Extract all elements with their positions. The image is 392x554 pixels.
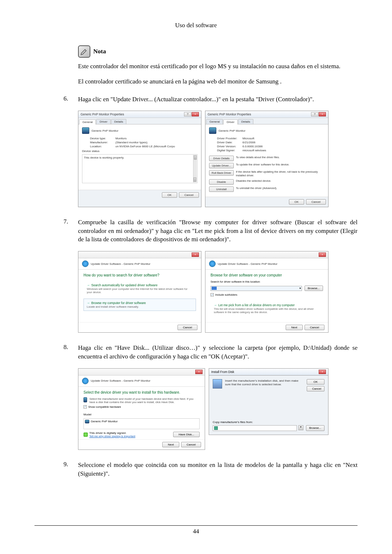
step-9-number: 9. — [64, 461, 78, 478]
device-status-box: This device is working properly. — [82, 154, 197, 183]
option-title: Let me pick from a list of device driver… — [219, 303, 295, 307]
dialog-title: Generic PnP Monitor Properties — [208, 112, 251, 116]
dialog-title: Install From Disk — [211, 370, 234, 374]
include-subfolders-checkbox[interactable]: ✓ — [211, 293, 214, 296]
device-name: Generic PnP Monitor — [91, 129, 118, 132]
include-subfolders-label: Include subfolders — [215, 293, 237, 296]
back-button[interactable] — [82, 260, 89, 267]
signing-link[interactable]: Tell me why driver signing is important — [89, 435, 135, 438]
close-button[interactable]: × — [195, 370, 203, 374]
copy-path-input[interactable] — [213, 425, 297, 431]
tab-details[interactable]: Details — [111, 119, 126, 124]
step-7-number: 7. — [64, 218, 78, 244]
location-label: Location: — [90, 145, 115, 148]
wizard-heading: How do you want to search for driver sof… — [78, 270, 201, 279]
cancel-button[interactable]: Cancel — [307, 386, 324, 391]
wizard-browse-location: × Update Driver Software - Generic PnP M… — [205, 251, 328, 333]
driver-provider-value: Microsoft — [242, 137, 254, 140]
cancel-button[interactable]: Cancel — [306, 199, 326, 205]
page-number: 44 — [0, 528, 392, 535]
scrollbar[interactable] — [193, 155, 197, 182]
wizard-search-method: × Update Driver Software - Generic PnP M… — [78, 251, 201, 333]
option-sub: This list will show installed driver sof… — [214, 307, 320, 314]
have-disk-button[interactable]: Have Disk... — [173, 432, 200, 437]
next-button[interactable]: Next — [286, 325, 302, 330]
driver-details-button[interactable]: Driver Details — [209, 156, 234, 161]
browse-button[interactable]: Browse... — [305, 286, 323, 291]
option-browse-computer[interactable]: →Browse my computer for driver software … — [83, 299, 196, 311]
close-button[interactable]: × — [192, 253, 199, 257]
wizard-breadcrumb: Update Driver Software - Generic PnP Mon… — [91, 262, 150, 266]
ok-button[interactable]: OK — [307, 379, 324, 385]
wizard-breadcrumb: Update Driver Software - Generic PnP Mon… — [91, 379, 150, 382]
option-search-auto[interactable]: →Search automatically for updated driver… — [83, 281, 196, 296]
device-type-label: Device type: — [90, 137, 115, 140]
step-8-number: 8. — [64, 344, 78, 361]
step-8-text: Haga clic en "Have Disk... (Utilizar dis… — [78, 344, 358, 361]
note-paragraph-2: El controlador certificado se anunciará … — [78, 77, 358, 86]
device-name: Generic PnP Monitor — [219, 129, 245, 132]
model-item[interactable]: Generic PnP Monitor — [91, 420, 118, 423]
ok-button[interactable]: OK — [289, 199, 304, 205]
close-button[interactable]: × — [319, 253, 326, 257]
model-list[interactable]: Generic PnP Monitor — [83, 418, 200, 429]
wizard-heading: Select the device driver you want to ins… — [78, 387, 205, 396]
close-button[interactable]: × — [319, 112, 326, 116]
show-compatible-checkbox[interactable]: ✓ — [83, 405, 87, 409]
install-from-disk-dialog: Install From Disk × Insert the manufactu… — [209, 368, 328, 450]
back-button[interactable] — [209, 260, 216, 267]
device-status-label: Device status — [82, 149, 197, 153]
next-button[interactable]: Next — [162, 442, 179, 447]
help-button[interactable]: ? — [184, 112, 191, 116]
tab-driver[interactable]: Driver — [96, 119, 110, 124]
signed-text: This driver is digitally signed. — [89, 431, 135, 435]
location-value: on NVIDIA GeForce 6600 LE (Microsoft Cor… — [115, 145, 175, 148]
cancel-button[interactable]: Cancel — [181, 442, 201, 447]
ok-button[interactable]: OK — [162, 192, 177, 198]
update-driver-button[interactable]: Update Driver... — [209, 163, 234, 168]
manufacturer-label: Manufacturer: — [90, 141, 115, 144]
close-button[interactable]: × — [192, 112, 199, 116]
path-input[interactable]: ▾ — [211, 286, 302, 291]
note-text: Nota — [93, 48, 106, 55]
rollback-driver-button[interactable]: Roll Back Driver — [209, 170, 234, 176]
floppy-icon — [213, 379, 222, 389]
tab-details[interactable]: Details — [238, 119, 253, 124]
rollback-driver-desc: If the device fails after updating the d… — [236, 170, 324, 177]
search-location-label: Search for driver software in this locat… — [211, 280, 323, 283]
monitor-icon — [82, 127, 89, 134]
shield-icon — [83, 432, 88, 437]
cancel-button[interactable]: Cancel — [177, 325, 197, 330]
tab-general[interactable]: General — [206, 119, 223, 124]
copy-from-label: Copy manufacturer's files from: — [213, 420, 324, 424]
wizard-select-driver: × Update Driver Software - Generic PnP M… — [78, 368, 205, 450]
tab-driver[interactable]: Driver — [223, 119, 237, 124]
uninstall-button[interactable]: Uninstall — [209, 186, 234, 192]
properties-dialog-general: Generic PnP Monitor Properties ? × Gener… — [78, 111, 201, 207]
page-header: Uso del software — [34, 22, 358, 29]
disable-button[interactable]: Disable — [209, 179, 234, 185]
option-title: Search automatically for updated driver … — [91, 283, 158, 287]
help-button[interactable]: ? — [311, 112, 318, 116]
step-6-text: Haga clic en "Update Driver... (Actualiz… — [78, 95, 358, 104]
cancel-button[interactable]: Cancel — [305, 325, 324, 330]
step-6-number: 6. — [64, 95, 78, 104]
note-label: Nota — [78, 45, 106, 58]
cancel-button[interactable]: Cancel — [179, 192, 199, 198]
update-driver-desc: To update the driver software for this d… — [236, 163, 324, 167]
dropdown-arrow[interactable]: ▾ — [298, 425, 303, 430]
option-sub: Windows will search your computer and th… — [87, 287, 193, 294]
browse-button[interactable]: Browse... — [306, 425, 324, 431]
tab-general[interactable]: General — [79, 119, 96, 124]
option-let-me-pick[interactable]: →Let me pick from a list of device drive… — [211, 301, 323, 316]
wizard-breadcrumb: Update Driver Software - Generic PnP Mon… — [218, 262, 277, 266]
digital-signer-label: Digital Signer: — [217, 149, 242, 152]
properties-dialog-driver: Generic PnP Monitor Properties ? × Gener… — [205, 111, 328, 207]
horizontal-rule — [34, 525, 358, 526]
back-button[interactable] — [82, 378, 89, 384]
show-compatible-label: Show compatible hardware — [88, 405, 121, 409]
step-9-text: Seleccione el modelo que coincida con su… — [78, 461, 358, 478]
note-paragraph-1: Este controlador del monitor está certif… — [78, 62, 358, 71]
uninstall-desc: To uninstall the driver (Advanced). — [236, 186, 324, 190]
close-button[interactable]: × — [319, 370, 326, 374]
